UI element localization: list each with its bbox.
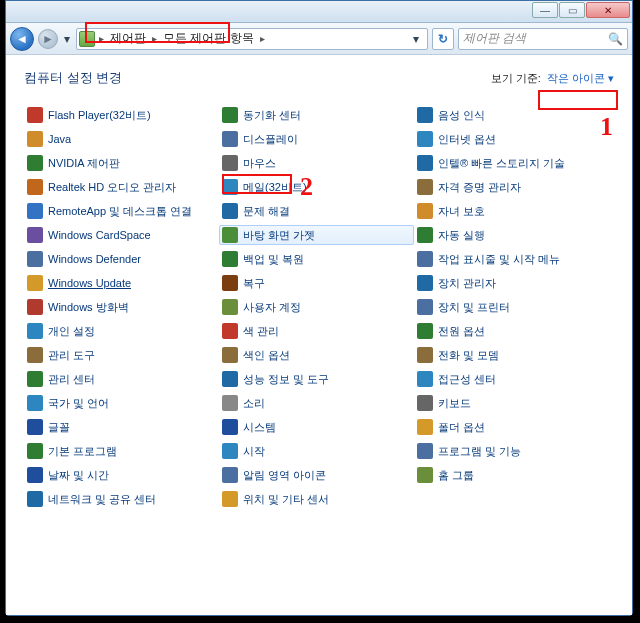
maximize-button[interactable]: ▭ [559,2,585,18]
breadcrumb-path[interactable]: 모든 제어판 항목 [161,29,256,48]
control-panel-item[interactable]: Windows 방화벽 [24,297,219,317]
control-panel-item[interactable]: 자격 증명 관리자 [414,177,609,197]
control-panel-item[interactable]: Realtek HD 오디오 관리자 [24,177,219,197]
control-panel-item[interactable]: 바탕 화면 가젯 [219,225,414,245]
item-icon [27,275,43,291]
item-icon [27,323,43,339]
history-dropdown[interactable]: ▾ [62,27,72,51]
control-panel-item[interactable]: 동기화 센터 [219,105,414,125]
chevron-right-icon: ▸ [258,33,267,44]
control-panel-item[interactable]: 장치 관리자 [414,273,609,293]
control-panel-item[interactable]: 색인 옵션 [219,345,414,365]
search-placeholder: 제어판 검색 [463,30,526,47]
search-input[interactable]: 제어판 검색 🔍 [458,28,628,50]
forward-button[interactable]: ► [38,29,58,49]
item-icon [222,491,238,507]
refresh-button[interactable]: ↻ [432,28,454,50]
back-button[interactable]: ◄ [10,27,34,51]
view-by-dropdown[interactable]: 작은 아이콘 ▾ [547,71,614,86]
control-panel-item[interactable]: 프로그램 및 기능 [414,441,609,461]
item-label: 소리 [243,396,265,411]
titlebar: — ▭ ✕ [6,1,632,23]
control-panel-item[interactable]: 관리 센터 [24,369,219,389]
control-panel-item[interactable]: Windows Update [24,273,219,293]
item-icon [417,155,433,171]
control-panel-item[interactable]: 마우스 [219,153,414,173]
control-panel-item[interactable]: 접근성 센터 [414,369,609,389]
item-label: 관리 센터 [48,372,95,387]
item-icon [27,299,43,315]
control-panel-item[interactable]: NVIDIA 제어판 [24,153,219,173]
item-label: Realtek HD 오디오 관리자 [48,180,176,195]
item-label: 음성 인식 [438,108,485,123]
control-panel-item[interactable]: 기본 프로그램 [24,441,219,461]
control-panel-item[interactable]: 홈 그룹 [414,465,609,485]
item-icon [27,155,43,171]
control-panel-item[interactable]: 알림 영역 아이콘 [219,465,414,485]
item-label: 성능 정보 및 도구 [243,372,329,387]
control-panel-item[interactable]: 복구 [219,273,414,293]
control-panel-item[interactable]: RemoteApp 및 데스크톱 연결 [24,201,219,221]
control-panel-item[interactable]: Flash Player(32비트) [24,105,219,125]
item-label: 장치 관리자 [438,276,496,291]
control-panel-item[interactable]: 백업 및 복원 [219,249,414,269]
control-panel-item[interactable]: 디스플레이 [219,129,414,149]
item-icon [27,467,43,483]
item-icon [417,347,433,363]
control-panel-item[interactable]: 음성 인식 [414,105,609,125]
chevron-right-icon: ▸ [150,33,159,44]
item-icon [417,323,433,339]
control-panel-window: — ▭ ✕ ◄ ► ▾ ▸ 제어판 ▸ 모든 제어판 항목 ▸ ▾ ↻ 제어판 … [5,0,633,616]
item-label: 사용자 계정 [243,300,301,315]
control-panel-item[interactable]: 위치 및 기타 센서 [219,489,414,509]
item-label: 관리 도구 [48,348,95,363]
control-panel-item[interactable]: 자동 실행 [414,225,609,245]
item-icon [222,227,238,243]
control-panel-item[interactable]: 키보드 [414,393,609,413]
breadcrumb[interactable]: ▸ 제어판 ▸ 모든 제어판 항목 ▸ ▾ [76,28,428,50]
control-panel-item[interactable]: Java [24,129,219,149]
control-panel-item[interactable]: 소리 [219,393,414,413]
minimize-button[interactable]: — [532,2,558,18]
control-panel-item[interactable]: 폴더 옵션 [414,417,609,437]
control-panel-item[interactable]: 인텔® 빠른 스토리지 기술 [414,153,609,173]
item-label: 시작 [243,444,265,459]
close-button[interactable]: ✕ [586,2,630,18]
breadcrumb-root[interactable]: 제어판 [108,29,148,48]
control-panel-item[interactable]: 문제 해결 [219,201,414,221]
breadcrumb-dropdown[interactable]: ▾ [407,32,425,46]
control-panel-item[interactable]: Windows Defender [24,249,219,269]
page-title: 컴퓨터 설정 변경 [24,69,122,87]
control-panel-item[interactable]: 날짜 및 시간 [24,465,219,485]
control-panel-item[interactable]: 글꼴 [24,417,219,437]
item-icon [27,419,43,435]
control-panel-item[interactable]: 장치 및 프린터 [414,297,609,317]
control-panel-item[interactable]: 색 관리 [219,321,414,341]
item-icon [222,371,238,387]
control-panel-item[interactable]: Windows CardSpace [24,225,219,245]
item-icon [27,203,43,219]
control-panel-item[interactable]: 관리 도구 [24,345,219,365]
control-panel-item[interactable]: 메일(32비트) [219,177,414,197]
item-icon [417,371,433,387]
item-icon [27,371,43,387]
control-panel-item[interactable]: 인터넷 옵션 [414,129,609,149]
view-by-value: 작은 아이콘 [547,71,605,86]
control-panel-item[interactable]: 사용자 계정 [219,297,414,317]
control-panel-item[interactable]: 국가 및 언어 [24,393,219,413]
item-icon [27,107,43,123]
control-panel-item[interactable]: 자녀 보호 [414,201,609,221]
item-label: 위치 및 기타 센서 [243,492,329,507]
control-panel-item[interactable]: 작업 표시줄 및 시작 메뉴 [414,249,609,269]
control-panel-item[interactable]: 시작 [219,441,414,461]
item-label: 접근성 센터 [438,372,496,387]
control-panel-item[interactable]: 성능 정보 및 도구 [219,369,414,389]
item-icon [222,131,238,147]
control-panel-item[interactable]: 네트워크 및 공유 센터 [24,489,219,509]
control-panel-item[interactable]: 전화 및 모뎀 [414,345,609,365]
control-panel-item[interactable]: 개인 설정 [24,321,219,341]
control-panel-item[interactable]: 시스템 [219,417,414,437]
item-label: Windows Update [48,277,131,289]
control-panel-item[interactable]: 전원 옵션 [414,321,609,341]
item-icon [417,227,433,243]
